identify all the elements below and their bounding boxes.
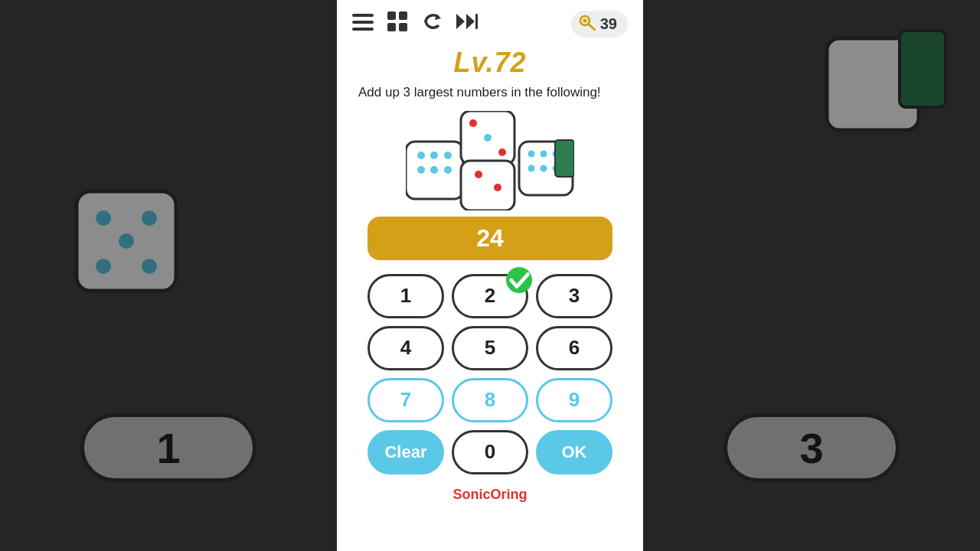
checkmark-icon bbox=[505, 266, 534, 295]
bg-left-panel: 1 bbox=[0, 0, 337, 551]
svg-rect-9 bbox=[387, 11, 396, 20]
svg-marker-15 bbox=[466, 14, 475, 29]
answer-value: 24 bbox=[476, 224, 504, 252]
svg-rect-10 bbox=[399, 11, 407, 20]
svg-point-32 bbox=[475, 171, 482, 178]
number-btn-3[interactable]: 3 bbox=[536, 274, 612, 318]
svg-rect-6 bbox=[352, 14, 374, 17]
toolbar-icons bbox=[352, 11, 478, 37]
svg-rect-8 bbox=[352, 28, 374, 31]
number-btn-4[interactable]: 4 bbox=[368, 326, 444, 370]
level-title: Lv.72 bbox=[453, 47, 526, 79]
key-count: 39 bbox=[600, 15, 617, 33]
svg-point-23 bbox=[444, 152, 452, 159]
bg-overlay-left bbox=[0, 0, 337, 551]
key-badge[interactable]: 39 bbox=[571, 11, 628, 37]
toolbar: 39 bbox=[352, 8, 628, 41]
number-btn-1[interactable]: 1 bbox=[368, 274, 444, 318]
svg-point-35 bbox=[528, 150, 535, 157]
number-btn-8[interactable]: 8 bbox=[452, 378, 528, 422]
svg-point-39 bbox=[541, 165, 547, 171]
number-btn-5[interactable]: 5 bbox=[452, 326, 528, 370]
bottom-row: Clear 0 OK bbox=[368, 430, 612, 474]
redo-icon[interactable] bbox=[421, 11, 443, 37]
svg-point-30 bbox=[498, 148, 506, 156]
svg-point-38 bbox=[528, 165, 535, 171]
svg-rect-16 bbox=[475, 14, 478, 29]
grid-icon[interactable] bbox=[387, 11, 407, 37]
svg-point-29 bbox=[484, 134, 492, 142]
bg-overlay-right bbox=[643, 0, 980, 551]
ok-button[interactable]: OK bbox=[536, 430, 612, 474]
number-btn-9[interactable]: 9 bbox=[536, 378, 612, 422]
menu-icon[interactable] bbox=[352, 12, 374, 36]
svg-line-18 bbox=[588, 24, 595, 30]
svg-point-24 bbox=[417, 166, 425, 174]
number-btn-7[interactable]: 7 bbox=[368, 378, 444, 422]
svg-marker-14 bbox=[456, 14, 465, 29]
svg-point-28 bbox=[469, 119, 477, 127]
svg-point-21 bbox=[417, 152, 425, 159]
svg-rect-12 bbox=[399, 23, 407, 31]
svg-rect-11 bbox=[387, 23, 396, 31]
answer-box: 24 bbox=[368, 217, 612, 260]
number-grid: 1 2 3 4 5 6 7 8 9 bbox=[368, 274, 612, 422]
svg-point-22 bbox=[430, 152, 438, 159]
bg-right-panel: 3 bbox=[643, 0, 980, 551]
svg-point-19 bbox=[583, 19, 586, 23]
clear-button[interactable]: Clear bbox=[368, 430, 444, 474]
zero-button[interactable]: 0 bbox=[452, 430, 528, 474]
number-btn-6[interactable]: 6 bbox=[536, 326, 612, 370]
svg-rect-41 bbox=[555, 140, 574, 177]
skip-icon[interactable] bbox=[456, 12, 478, 36]
svg-point-33 bbox=[494, 184, 501, 191]
svg-point-26 bbox=[444, 166, 452, 174]
svg-point-36 bbox=[541, 150, 547, 157]
svg-rect-31 bbox=[461, 161, 514, 210]
svg-point-25 bbox=[430, 166, 438, 174]
branding-text: SonicOring bbox=[452, 487, 527, 503]
key-icon bbox=[579, 14, 596, 34]
svg-rect-7 bbox=[352, 21, 374, 24]
center-panel: 39 Lv.72 Add up 3 largest numbers in the… bbox=[337, 0, 643, 551]
instruction-text: Add up 3 largest numbers in the followin… bbox=[352, 83, 628, 102]
number-btn-2[interactable]: 2 bbox=[452, 274, 528, 318]
dice-image bbox=[406, 111, 574, 210]
dice-area bbox=[352, 111, 628, 210]
